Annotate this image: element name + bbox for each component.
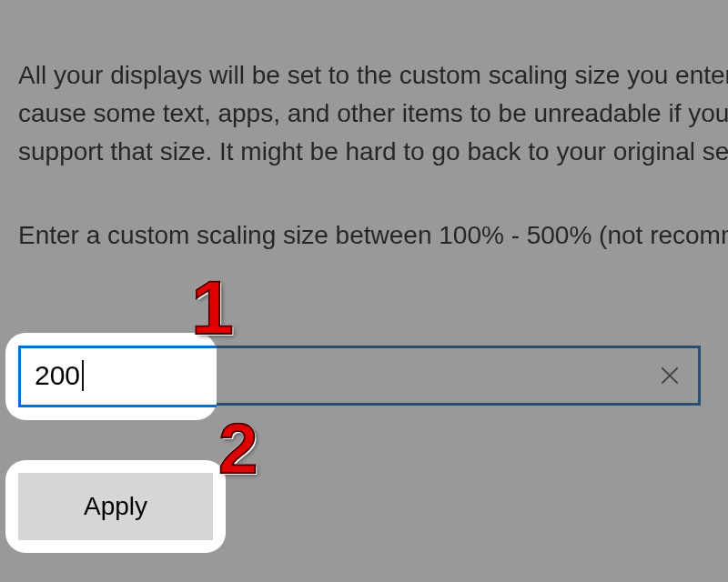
content-area: All your displays will be set to the cus… bbox=[18, 0, 728, 255]
highlight-window-input: 200 bbox=[5, 333, 217, 420]
settings-custom-scaling-panel: All your displays will be set to the cus… bbox=[0, 0, 728, 582]
custom-scaling-value-highlight: 200 bbox=[35, 360, 84, 393]
apply-button-highlight: Apply bbox=[18, 473, 213, 540]
scaling-warning-text: All your displays will be set to the cus… bbox=[18, 56, 728, 171]
highlight-window-apply: Apply bbox=[5, 460, 226, 553]
scaling-instruction-text: Enter a custom scaling size between 100%… bbox=[18, 216, 728, 255]
close-icon[interactable] bbox=[658, 364, 682, 387]
callout-number-2: 2 bbox=[218, 407, 258, 490]
callout-number-1: 1 bbox=[191, 264, 234, 352]
